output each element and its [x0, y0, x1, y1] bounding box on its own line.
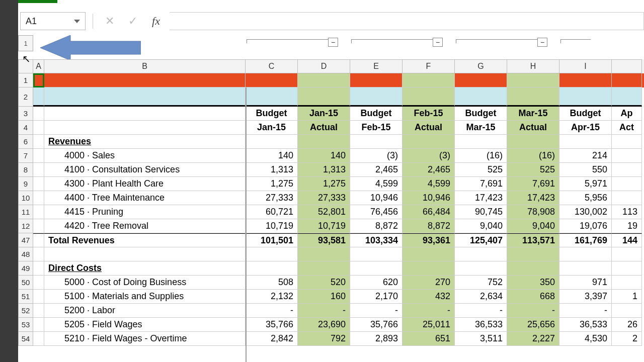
cell-value[interactable]: 17,423	[455, 191, 507, 205]
cell-value[interactable]: 76,456	[350, 205, 403, 219]
fx-icon[interactable]: fx	[146, 12, 166, 30]
group-collapse-button[interactable]: −	[537, 38, 547, 47]
cell-value[interactable]	[403, 247, 455, 261]
col-header-h[interactable]: H	[507, 59, 559, 73]
row-header[interactable]: 48	[18, 247, 33, 261]
cell-value[interactable]: 10,946	[350, 191, 403, 205]
cell-value[interactable]: 7,691	[507, 177, 559, 191]
cell-value[interactable]: 5,956	[559, 191, 612, 205]
cell-value[interactable]: 113,571	[507, 233, 559, 247]
cell-value[interactable]	[559, 135, 612, 149]
cell-value[interactable]: 1,313	[246, 163, 298, 177]
chevron-down-icon[interactable]	[74, 20, 80, 23]
cell[interactable]	[33, 332, 44, 346]
cell[interactable]	[33, 163, 44, 177]
cell[interactable]	[33, 247, 44, 261]
row-header[interactable]: 6	[18, 135, 33, 149]
cell-value[interactable]	[298, 247, 350, 261]
cell-value[interactable]: 9,040	[455, 219, 507, 233]
cell-value[interactable]	[507, 261, 559, 276]
cell[interactable]	[33, 205, 44, 219]
cell-value[interactable]: 752	[455, 276, 507, 290]
cell-value[interactable]: 25,011	[403, 318, 455, 332]
cell-value[interactable]: Actual	[403, 121, 455, 135]
cell-value[interactable]: Budget	[246, 107, 298, 121]
cell-value[interactable]: Budget	[350, 107, 403, 121]
cell-value[interactable]	[559, 247, 612, 261]
cell-label[interactable]: 4400 · Tree Maintenance	[44, 191, 246, 205]
cell-value[interactable]: 3,397	[559, 290, 612, 304]
cell-value[interactable]: 113	[612, 205, 642, 219]
cell-label[interactable]: 5210 · Field Wages - Overtime	[44, 332, 246, 346]
cell[interactable]	[33, 191, 44, 205]
cell-value[interactable]: 8,872	[403, 219, 455, 233]
cell-value[interactable]: Actual	[298, 121, 350, 135]
cell-label[interactable]: 4300 · Plant Health Care	[44, 177, 246, 191]
cell-label[interactable]: 5000 · Cost of Doing Business	[44, 276, 246, 290]
cell-label[interactable]: 5100 · Materials and Supplies	[44, 290, 246, 304]
cell-value[interactable]: 144	[612, 233, 642, 247]
cell-value[interactable]: 508	[246, 276, 298, 290]
cell-value[interactable]: 520	[298, 276, 350, 290]
cell-value[interactable]	[612, 149, 642, 163]
cell-value[interactable]: 90,745	[455, 205, 507, 219]
cell-value[interactable]: 214	[559, 149, 612, 163]
cell-value[interactable]: 2,170	[350, 290, 403, 304]
cell-value[interactable]: 23,690	[298, 318, 350, 332]
row-header[interactable]: 8	[18, 163, 33, 177]
cell[interactable]	[33, 290, 44, 304]
cell-value[interactable]: 3,511	[455, 332, 507, 346]
cell-value[interactable]	[350, 261, 403, 276]
col-header-c[interactable]: C	[246, 59, 298, 73]
cell-value[interactable]	[559, 261, 612, 276]
cell-value[interactable]: 60,721	[246, 205, 298, 219]
cell-value[interactable]: 7,691	[455, 177, 507, 191]
col-header-e[interactable]: E	[350, 59, 403, 73]
cell-value[interactable]: 161,769	[559, 233, 612, 247]
cell-value[interactable]: 27,333	[298, 191, 350, 205]
col-header-g[interactable]: G	[455, 59, 507, 73]
cell-value[interactable]: 4,599	[350, 177, 403, 191]
row-header[interactable]: 52	[18, 304, 33, 318]
cell-label[interactable]	[44, 87, 246, 107]
cell-value[interactable]: 270	[403, 276, 455, 290]
cell-value[interactable]: Mar-15	[507, 107, 559, 121]
cell-value[interactable]	[455, 261, 507, 276]
col-header-b[interactable]: B	[44, 59, 246, 73]
cell-value[interactable]	[455, 87, 507, 107]
cell-value[interactable]: -	[507, 304, 559, 318]
cell-value[interactable]: 78,908	[507, 205, 559, 219]
cell-value[interactable]: 1,275	[298, 177, 350, 191]
cell-value[interactable]: Feb-15	[350, 121, 403, 135]
row-header[interactable]: 54	[18, 332, 33, 346]
cell-value[interactable]	[559, 87, 612, 107]
cell-value[interactable]: -	[403, 304, 455, 318]
outline-level-1[interactable]: 1	[18, 35, 33, 51]
cell-value[interactable]	[246, 135, 298, 149]
cell-value[interactable]	[612, 191, 642, 205]
cell-value[interactable]: 350	[507, 276, 559, 290]
cell-value[interactable]: Mar-15	[455, 121, 507, 135]
cell-value[interactable]: 103,334	[350, 233, 403, 247]
cell[interactable]	[33, 149, 44, 163]
cell-value[interactable]: -	[455, 304, 507, 318]
cell-value[interactable]: 5,971	[559, 177, 612, 191]
cell-value[interactable]: Jan-15	[246, 121, 298, 135]
group-collapse-button[interactable]: −	[328, 38, 338, 47]
cell-value[interactable]: (3)	[403, 149, 455, 163]
col-header-i[interactable]: I	[559, 59, 612, 73]
cell-value[interactable]: (16)	[455, 149, 507, 163]
cell-value[interactable]	[403, 73, 455, 87]
cell-value[interactable]: 93,581	[298, 233, 350, 247]
cell-value[interactable]: 525	[455, 163, 507, 177]
cell-value[interactable]	[298, 87, 350, 107]
cell-value[interactable]	[403, 135, 455, 149]
cell[interactable]	[33, 135, 44, 149]
cell-value[interactable]	[455, 135, 507, 149]
cell[interactable]	[33, 304, 44, 318]
cell-label[interactable]	[44, 121, 246, 135]
cell-value[interactable]: 19,076	[559, 219, 612, 233]
cell-value[interactable]: 651	[403, 332, 455, 346]
cell-value[interactable]	[403, 261, 455, 276]
cell-value[interactable]: 17,423	[507, 191, 559, 205]
